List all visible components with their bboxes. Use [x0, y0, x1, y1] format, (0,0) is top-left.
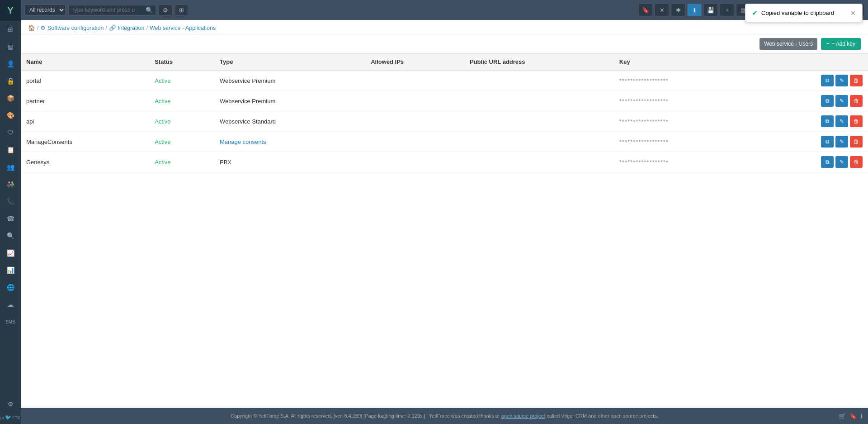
edit-row-btn[interactable]: ✎: [835, 136, 848, 148]
cell-type: Webservice Standard: [214, 111, 365, 132]
add-key-btn[interactable]: + + Add key: [821, 38, 861, 50]
topbar-left: All records 🔍 ⚙ ⊞: [24, 5, 188, 16]
topbar-close-btn[interactable]: ✕: [655, 4, 669, 16]
settings-btn[interactable]: ⚙: [159, 5, 172, 16]
topbar-add-btn[interactable]: ＋: [720, 4, 734, 16]
action-bar: Web service - Users + + Add key: [21, 34, 868, 54]
col-allowed-ips: Allowed IPs: [365, 54, 464, 70]
breadcrumb-software-config-link[interactable]: ⚙ Software configuration: [40, 24, 104, 31]
cell-public-url: [464, 152, 614, 172]
sidebar-item-reports[interactable]: 📋: [0, 141, 21, 158]
copy-key-btn[interactable]: ⧉: [821, 156, 834, 168]
footer-open-source-link[interactable]: open source project: [501, 413, 545, 419]
view-toggle-btn[interactable]: ⊞: [175, 5, 188, 16]
copy-key-btn[interactable]: ⧉: [821, 75, 834, 86]
web-service-users-btn[interactable]: Web service - Users: [760, 38, 817, 50]
toast-notification: ✔ Copied variable to clipboard ✕: [745, 4, 863, 22]
sidebar-item-shield[interactable]: 🛡: [0, 124, 21, 141]
copy-key-btn[interactable]: ⧉: [821, 136, 834, 148]
table-body: portal Active Webservice Premium *******…: [21, 70, 868, 172]
cell-name: partner: [21, 91, 149, 111]
linkedin-icon[interactable]: in: [0, 415, 5, 420]
cell-status: Active: [149, 111, 214, 132]
edit-row-btn[interactable]: ✎: [835, 75, 848, 86]
sidebar-item-palette[interactable]: 🎨: [0, 107, 21, 124]
edit-row-btn[interactable]: ✎: [835, 95, 848, 107]
cell-name: Genesys: [21, 152, 149, 172]
edit-row-btn[interactable]: ✎: [835, 156, 848, 168]
search-icon[interactable]: 🔍: [146, 7, 153, 14]
cell-allowed-ips: [365, 152, 464, 172]
breadcrumb-current-label: Web service - Applications: [150, 25, 216, 31]
delete-row-btn[interactable]: 🗑: [850, 136, 863, 148]
sidebar-item-charts[interactable]: 📊: [0, 262, 21, 279]
sidebar-item-cloud[interactable]: 🌐: [0, 279, 21, 296]
twitter-icon[interactable]: 🐦: [5, 414, 11, 420]
record-type-select[interactable]: All records: [24, 5, 66, 15]
sidebar-item-teams[interactable]: 👫: [0, 176, 21, 193]
search-input[interactable]: [71, 7, 144, 13]
breadcrumb-sep1: /: [37, 25, 38, 31]
sidebar-item-lock[interactable]: 🔒: [0, 72, 21, 90]
cell-key: ******************: [614, 111, 750, 132]
breadcrumb-current-link[interactable]: Web service - Applications: [150, 25, 216, 31]
footer-info-icon[interactable]: ℹ: [860, 413, 863, 419]
web-service-users-label: Web service - Users: [764, 41, 813, 47]
sidebar-bottom: ⚙ in 🐦 f ⌥: [0, 395, 21, 424]
cell-allowed-ips: [365, 70, 464, 91]
toast-close-btn[interactable]: ✕: [850, 10, 856, 17]
sidebar-item-products[interactable]: 📦: [0, 90, 21, 107]
copy-key-btn[interactable]: ⧉: [821, 115, 834, 127]
breadcrumb-sep2: /: [105, 25, 107, 31]
breadcrumb: 🏠 / ⚙ Software configuration / 🔗 Integra…: [21, 20, 868, 34]
sidebar-item-analytics[interactable]: ▦: [0, 38, 21, 55]
sidebar-item-users[interactable]: 👥: [0, 158, 21, 176]
cell-allowed-ips: [365, 111, 464, 132]
copy-key-btn[interactable]: ⧉: [821, 95, 834, 107]
sidebar-item-phone[interactable]: ☎: [0, 210, 21, 227]
delete-row-btn[interactable]: 🗑: [850, 95, 863, 107]
topbar-bookmark-btn[interactable]: 🔖: [638, 4, 653, 16]
footer-cart-icon[interactable]: 🛒: [839, 413, 846, 419]
cell-status: Active: [149, 152, 214, 172]
sidebar-item-stats[interactable]: 📈: [0, 244, 21, 262]
topbar-save-btn[interactable]: 💾: [703, 4, 718, 16]
cell-actions: ⧉ ✎ 🗑: [750, 132, 868, 152]
breadcrumb-integration-label: Integration: [118, 25, 144, 31]
cell-allowed-ips: [365, 132, 464, 152]
cell-key: ******************: [614, 70, 750, 91]
sidebar-item-dashboard[interactable]: ⊞: [0, 21, 21, 38]
delete-row-btn[interactable]: 🗑: [850, 75, 863, 86]
sidebar-item-contacts[interactable]: 👤: [0, 55, 21, 72]
cell-key: ******************: [614, 132, 750, 152]
toast-message: Copied variable to clipboard: [761, 10, 834, 16]
breadcrumb-home-link[interactable]: 🏠: [28, 24, 35, 31]
footer-bookmark-icon[interactable]: 🔖: [849, 413, 857, 419]
sidebar-item-settings[interactable]: ⚙: [0, 395, 21, 413]
breadcrumb-sep3: /: [146, 25, 147, 31]
sidebar-social-links: in 🐦 f ⌥: [0, 413, 21, 422]
sidebar-item-calls[interactable]: 📞: [0, 193, 21, 210]
cell-status: Active: [149, 70, 214, 91]
github-icon[interactable]: ⌥: [14, 414, 20, 420]
topbar-info-btn[interactable]: ℹ: [687, 4, 702, 16]
delete-row-btn[interactable]: 🗑: [850, 156, 863, 168]
delete-row-btn[interactable]: 🗑: [850, 115, 863, 127]
facebook-icon[interactable]: f: [12, 415, 14, 420]
edit-row-btn[interactable]: ✎: [835, 115, 848, 127]
logo[interactable]: Y: [0, 0, 21, 21]
table-row: portal Active Webservice Premium *******…: [21, 70, 868, 91]
footer-credits-end: called Vtiger CRM and other open source …: [547, 413, 658, 419]
sidebar-item-sms[interactable]: SMS: [0, 313, 21, 330]
sidebar-item-cloud2[interactable]: ☁: [0, 296, 21, 313]
home-icon: 🏠: [28, 25, 35, 31]
footer-copyright: Copyright © YetiForce S.A. All rights re…: [231, 413, 425, 419]
footer: Copyright © YetiForce S.A. All rights re…: [21, 408, 868, 424]
table-row: Genesys Active PBX ****************** ⧉ …: [21, 152, 868, 172]
topbar-asterisk-btn[interactable]: ✱: [671, 4, 685, 16]
breadcrumb-integration-link[interactable]: 🔗 Integration: [109, 24, 145, 31]
col-name: Name: [21, 54, 149, 70]
col-actions: [750, 54, 868, 70]
sidebar-item-search[interactable]: 🔍: [0, 227, 21, 244]
footer-right: 🛒 🔖 ℹ: [839, 413, 863, 419]
